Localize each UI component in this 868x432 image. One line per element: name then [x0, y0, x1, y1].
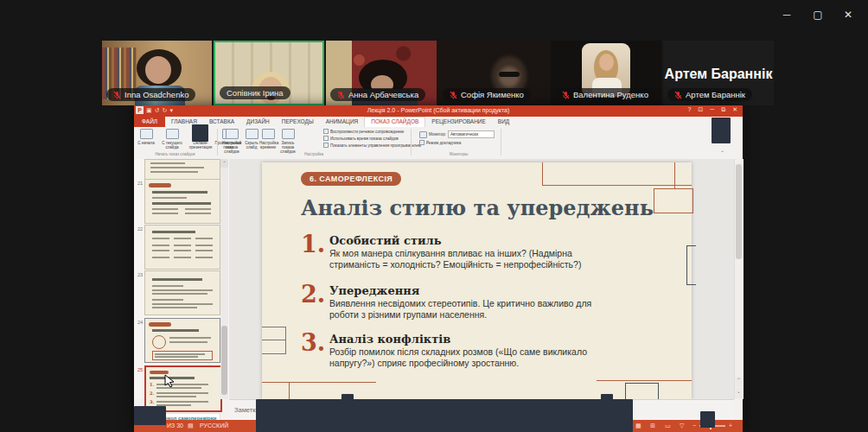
- group-separator: [411, 129, 412, 156]
- checkbox-use-timings[interactable]: ✓Использовать время показа слайдов: [323, 136, 399, 141]
- normal-view-icon[interactable]: ▦: [635, 422, 641, 429]
- zoom-out-icon[interactable]: −: [692, 422, 696, 429]
- decor-square: [654, 188, 693, 213]
- zoom-in-icon[interactable]: +: [729, 422, 732, 429]
- ribbon-collapse-icon[interactable]: ⌃: [720, 149, 724, 156]
- checkbox-show-media-controls[interactable]: ✓Показать элементы управления проигрыват…: [323, 143, 421, 148]
- overlay-box-large: [256, 399, 633, 432]
- participant-name-badge: Анна Арбачевська: [330, 88, 425, 101]
- face: [145, 56, 171, 84]
- hide-slide-icon: [246, 129, 258, 139]
- mic-muted-icon: [450, 91, 457, 99]
- language-indicator[interactable]: РУССКИЙ: [200, 422, 228, 429]
- slide-thumbnail-23[interactable]: [144, 270, 220, 315]
- group-separator: [501, 129, 501, 156]
- ppt-close-icon[interactable]: ✕: [732, 106, 737, 113]
- video-tile-anna[interactable]: Анна Арбачевська: [326, 41, 437, 105]
- ribbon-button-from-current-slide[interactable]: С текущего слайда: [157, 129, 187, 149]
- slide-thumbnail-22[interactable]: [144, 225, 220, 270]
- slide-thumbnail-25-current[interactable]: 1. 2. 3.: [144, 365, 222, 412]
- ribbon-button-hide-slide[interactable]: Скрыть слайд: [245, 129, 258, 149]
- slide-section-badge: 6. САМОРЕФЛЕКСІЯ: [301, 172, 401, 186]
- window-close-button[interactable]: ✕: [835, 9, 861, 21]
- item-heading: Особистий стиль: [329, 234, 442, 247]
- video-tile-inna[interactable]: Inna Osadchenko: [102, 41, 212, 105]
- tab-design[interactable]: ДИЗАЙН: [240, 117, 276, 127]
- timer-icon: [262, 129, 275, 139]
- highlight-box-decor: [152, 351, 213, 360]
- reading-view-icon[interactable]: ▭: [665, 422, 671, 429]
- tab-insert[interactable]: ВСТАВКА: [203, 117, 240, 127]
- meeting-window: ─ ▢ ✕ Inna Osadchenko Сопівник Ірина Ан: [0, 0, 868, 432]
- decor-line: [597, 380, 692, 381]
- next-slide-icon[interactable]: ⌄: [735, 388, 743, 398]
- participant-name-badge: Inna Osadchenko: [106, 88, 195, 101]
- mic-muted-icon: [562, 91, 570, 99]
- monitor-label: Монитор:: [429, 132, 446, 137]
- avatar-face: [599, 54, 614, 71]
- slide-title: Аналіз стилю та упереджень: [301, 195, 654, 220]
- monitor-dropdown[interactable]: Автоматически: [448, 130, 495, 138]
- scroll-up-arrow-icon[interactable]: ⌃: [220, 159, 228, 168]
- video-tile-artem[interactable]: Артем Бараннік Артем Бараннік: [663, 41, 774, 105]
- ribbon-button-rehearse-timings[interactable]: Настройка времени: [259, 129, 277, 149]
- checkbox-icon: ✓: [419, 140, 424, 145]
- powerpoint-window: P ▣ ↺ ↻ ▾ Лекція 2.0 - PowerPoint (Сбой …: [134, 105, 743, 432]
- ppt-help-icon[interactable]: ?: [687, 106, 691, 113]
- participant-name-badge: Софія Якименко: [443, 88, 531, 101]
- group-label-setup: Настройка: [219, 152, 409, 156]
- slide-area-scrollbar[interactable]: ⌃ ⌄: [734, 159, 744, 399]
- item-number: 2.: [301, 283, 325, 306]
- slideshow-play-icon: [166, 129, 179, 139]
- current-slide-canvas[interactable]: 6. САМОРЕФЛЕКСІЯ Аналіз стилю та упередж…: [262, 162, 692, 399]
- overlay-box: [700, 411, 715, 428]
- ribbon-button-from-beginning[interactable]: С начала: [136, 129, 156, 145]
- previous-slide-icon[interactable]: ⌃: [735, 377, 743, 387]
- slide-editing-area: 6. САМОРЕФЛЕКСІЯ Аналіз стилю та упередж…: [229, 159, 734, 399]
- ppt-titlebar: P ▣ ↺ ↻ ▾ Лекція 2.0 - PowerPoint (Сбой …: [134, 105, 743, 117]
- mouse-cursor: [164, 374, 175, 388]
- checkbox-play-narrations[interactable]: ✓Воспроизвести речевое сопровождение: [323, 129, 404, 134]
- slide-thumbnail-24-hovered[interactable]: [144, 318, 220, 363]
- tab-transitions[interactable]: ПЕРЕХОДЫ: [276, 117, 320, 127]
- window-maximize-button[interactable]: ▢: [805, 9, 831, 21]
- checkbox-icon: ✓: [323, 129, 329, 134]
- checkbox-icon: ✓: [323, 136, 329, 141]
- notes-toggle-icon[interactable]: ▤: [188, 422, 194, 429]
- tab-animation[interactable]: АНИМАЦИЯ: [320, 117, 365, 127]
- mini-num: 1.: [150, 382, 154, 387]
- video-tile-valentyna[interactable]: Валентина Руденко: [551, 41, 661, 105]
- slideshow-play-icon: [140, 129, 153, 139]
- slide-thumbnail-panel: 21 22 23: [134, 159, 230, 399]
- slideshow-view-icon[interactable]: ▽: [680, 422, 684, 429]
- slide-thumbnail-21[interactable]: [144, 179, 220, 224]
- tab-file[interactable]: ФАЙЛ: [134, 117, 165, 127]
- ribbon-button-record-slideshow[interactable]: Запись показа слайдов: [278, 129, 298, 154]
- window-minimize-button[interactable]: ─: [774, 9, 800, 21]
- tab-slideshow-active[interactable]: ПОКАЗ СЛАЙДОВ: [364, 117, 425, 127]
- mic-muted-icon: [113, 91, 121, 99]
- ppt-restore-icon[interactable]: ⧉: [721, 106, 725, 113]
- tab-view[interactable]: ВИД: [492, 117, 515, 127]
- thumbnail-scrollbar[interactable]: ⌃: [220, 159, 228, 399]
- scrollbar-thumb[interactable]: [221, 326, 227, 395]
- participant-name-badge: Валентина Руденко: [555, 88, 655, 101]
- video-tile-sopivnyk-active-speaker[interactable]: Сопівник Ірина: [214, 41, 324, 105]
- item-body: Як моя манера спілкування впливає на інш…: [329, 248, 632, 270]
- ppt-ribbon-options-icon[interactable]: ⊡: [698, 106, 703, 113]
- camera-off-name: Артем Бараннік: [663, 67, 774, 82]
- mic-muted-icon: [337, 91, 345, 99]
- slide-item-1: 1. Особистий стиль Як моя манера спілкув…: [301, 233, 647, 276]
- tab-review[interactable]: РЕЦЕНЗИРОВАНИЕ: [425, 117, 492, 127]
- ribbon-button-setup-slideshow[interactable]: Настройка показа слайдов: [220, 129, 244, 154]
- ppt-minimize-icon[interactable]: ─: [710, 106, 714, 113]
- checkbox-presenter-view[interactable]: ✓Режим докладчика: [419, 140, 461, 145]
- slide-thumbnail-partial-top[interactable]: [144, 159, 220, 180]
- video-tile-sofiia[interactable]: Софія Якименко: [438, 41, 549, 105]
- slide-sorter-icon[interactable]: ⊞: [650, 422, 655, 429]
- monitor-row: Монитор: Автоматически: [419, 130, 495, 138]
- overlay-box: [192, 124, 208, 142]
- ppt-window-title: Лекція 2.0 - PowerPoint (Сбой активации …: [134, 107, 743, 113]
- slide-item-3: 3. Аналіз конфліктів Розбір помилок післ…: [301, 332, 647, 375]
- scrollbar-thumb[interactable]: [736, 164, 742, 259]
